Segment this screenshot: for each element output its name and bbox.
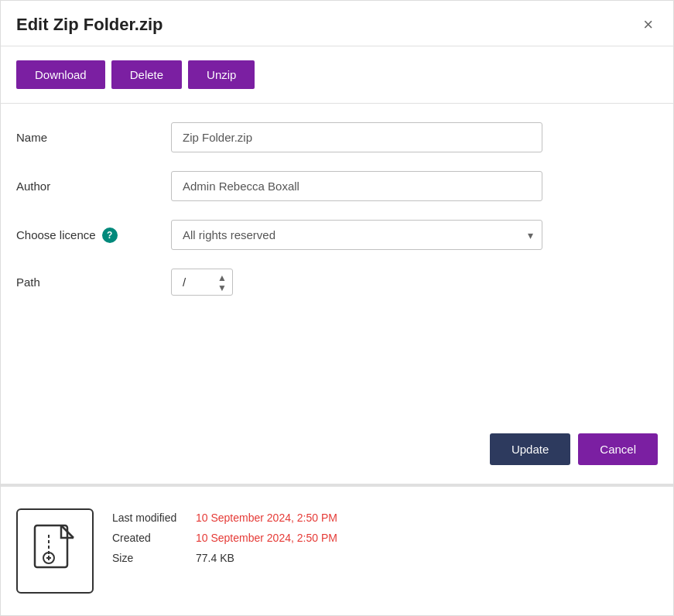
last-modified-value: 10 September 2024, 2:50 PM — [196, 512, 337, 524]
update-button[interactable]: Update — [490, 433, 570, 465]
modal-title: Edit Zip Folder.zip — [16, 15, 163, 35]
unzip-button[interactable]: Unzip — [188, 60, 255, 89]
action-row: Update Cancel — [1, 426, 673, 484]
name-row: Name — [16, 122, 658, 152]
author-input[interactable] — [171, 171, 542, 201]
author-label: Author — [16, 180, 171, 193]
edit-zip-modal: Edit Zip Folder.zip × Download Delete Un… — [0, 0, 674, 616]
file-info-section: Last modified 10 September 2024, 2:50 PM… — [1, 484, 673, 615]
download-button[interactable]: Download — [16, 60, 105, 89]
modal-header: Edit Zip Folder.zip × — [1, 1, 673, 46]
licence-select[interactable]: All rights reserved Creative Commons Pub… — [171, 220, 542, 250]
file-icon-box — [16, 508, 94, 594]
created-label: Created — [112, 532, 190, 544]
svg-rect-0 — [35, 525, 67, 567]
size-label: Size — [112, 552, 190, 564]
file-meta: Last modified 10 September 2024, 2:50 PM… — [112, 508, 337, 564]
zip-file-icon — [32, 524, 78, 578]
toolbar: Download Delete Unzip — [1, 46, 673, 104]
licence-select-wrapper: All rights reserved Creative Commons Pub… — [171, 220, 542, 250]
path-select-wrapper: / ▲ ▼ — [171, 269, 233, 296]
close-button[interactable]: × — [638, 15, 658, 35]
created-row: Created 10 September 2024, 2:50 PM — [112, 532, 337, 544]
licence-label: Choose licence ? — [16, 228, 171, 243]
size-value: 77.4 KB — [196, 552, 234, 564]
path-row: Path / ▲ ▼ — [16, 269, 658, 296]
licence-help-icon[interactable]: ? — [102, 228, 118, 243]
last-modified-label: Last modified — [112, 512, 190, 524]
created-value: 10 September 2024, 2:50 PM — [196, 532, 337, 544]
last-modified-row: Last modified 10 September 2024, 2:50 PM — [112, 512, 337, 524]
size-row: Size 77.4 KB — [112, 552, 337, 564]
form-section: Name Author Choose licence ? All rights … — [1, 104, 673, 426]
path-label: Path — [16, 275, 171, 289]
author-row: Author — [16, 171, 658, 201]
licence-row: Choose licence ? All rights reserved Cre… — [16, 220, 658, 250]
delete-button[interactable]: Delete — [111, 60, 182, 89]
name-label: Name — [16, 131, 171, 144]
name-input[interactable] — [171, 122, 542, 152]
path-select[interactable]: / — [171, 269, 233, 296]
cancel-button[interactable]: Cancel — [578, 433, 658, 465]
